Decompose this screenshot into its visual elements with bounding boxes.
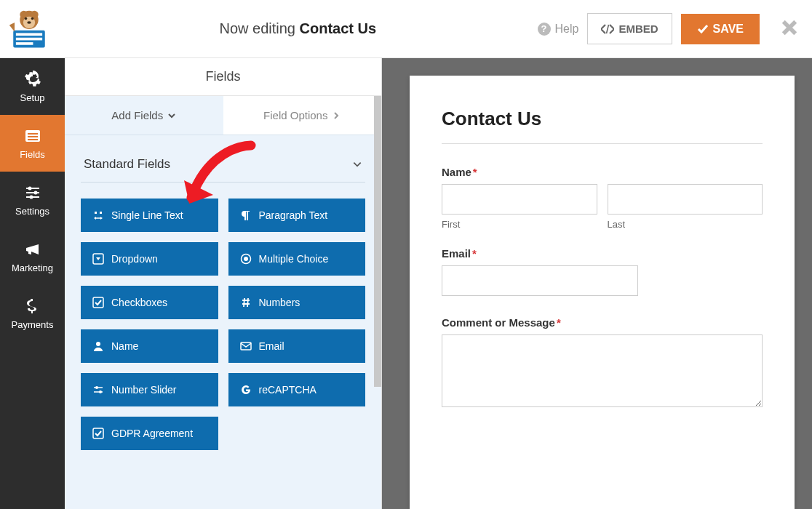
user-icon: [92, 340, 104, 352]
sidenav-item-setup[interactable]: Setup: [0, 58, 65, 115]
sidenav-item-payments[interactable]: Payments: [0, 285, 65, 342]
field-label: Multiple Choice: [259, 253, 329, 265]
field-label: Paragraph Text: [259, 209, 328, 221]
field-number-slider[interactable]: Number Slider: [81, 373, 218, 406]
sidenav-label: Setup: [20, 92, 45, 103]
field-checkboxes[interactable]: Checkboxes: [81, 286, 218, 319]
help-icon: ?: [538, 23, 551, 36]
email-label: Email*: [442, 247, 763, 260]
panel-tabs: Add Fields Field Options: [65, 96, 381, 135]
first-sublabel: First: [442, 219, 597, 230]
svg-line-11: [607, 25, 609, 33]
form-name: Contact Us: [300, 20, 377, 36]
paragraph-icon: [240, 209, 252, 221]
group-title: Standard Fields: [84, 157, 170, 172]
form-divider: [442, 143, 763, 144]
first-name-input[interactable]: [442, 184, 597, 215]
svg-rect-10: [16, 42, 33, 45]
svg-point-24: [244, 257, 248, 261]
sidenav-label: Payments: [12, 319, 54, 330]
editing-prefix: Now editing: [219, 20, 299, 36]
caret-down-sq-icon: [92, 253, 104, 265]
sidenav-item-marketing[interactable]: Marketing: [0, 228, 65, 285]
field-label: Checkboxes: [111, 297, 167, 308]
svg-point-4: [25, 17, 28, 20]
last-sublabel: Last: [608, 219, 763, 230]
svg-rect-15: [28, 139, 38, 140]
field-gdpr-agreement[interactable]: GDPR Agreement: [81, 417, 218, 450]
field-dropdown[interactable]: Dropdown: [81, 242, 218, 276]
sidenav-label: Marketing: [12, 262, 53, 273]
required-asterisk: *: [472, 247, 477, 260]
svg-rect-13: [28, 133, 38, 135]
svg-point-26: [96, 342, 100, 346]
bullhorn-icon: [24, 241, 41, 258]
group-standard-fields[interactable]: Standard Fields: [81, 151, 365, 183]
fields-panel: Fields Add Fields Field Options Standard…: [65, 58, 382, 509]
svg-point-19: [33, 191, 37, 194]
comment-textarea[interactable]: [442, 334, 763, 407]
field-label: Dropdown: [111, 253, 158, 265]
name-label: Name*: [442, 166, 763, 178]
field-label: reCAPTCHA: [259, 384, 317, 396]
gear-icon: [24, 71, 41, 88]
sidenav-item-fields[interactable]: Fields: [0, 115, 65, 172]
comment-row: Comment or Message*: [442, 316, 763, 410]
svg-rect-14: [28, 136, 38, 137]
svg-point-31: [99, 390, 102, 393]
save-label: SAVE: [713, 23, 744, 36]
close-icon: [781, 20, 797, 36]
sidenav-label: Settings: [15, 206, 49, 217]
svg-rect-27: [241, 342, 251, 350]
help-link[interactable]: ? Help: [538, 23, 579, 36]
comment-label: Comment or Message*: [442, 316, 763, 329]
field-recaptcha[interactable]: reCAPTCHA: [228, 373, 366, 406]
field-label: Name: [111, 340, 138, 352]
field-label: Number Slider: [111, 384, 176, 396]
embed-button[interactable]: EMBED: [587, 13, 672, 44]
save-button[interactable]: SAVE: [681, 14, 760, 44]
email-row: Email*: [442, 247, 763, 296]
email-input[interactable]: [442, 265, 638, 296]
dollar-icon: [24, 297, 41, 315]
check-square-icon: [92, 428, 104, 439]
chevron-down-icon: [167, 111, 176, 120]
sidenav-label: Fields: [20, 149, 45, 160]
topbar-actions: ? Help EMBED SAVE: [538, 13, 797, 44]
field-label: Email: [259, 340, 284, 352]
form-preview: Contact Us Name* First Last Email* Comme…: [382, 58, 812, 509]
hashtag-icon: [240, 297, 252, 308]
field-single-line-text[interactable]: Single Line Text: [81, 199, 218, 232]
last-name-col: Last: [608, 184, 763, 230]
field-email[interactable]: Email: [228, 329, 366, 363]
dot-circle-icon: [240, 253, 252, 265]
field-paragraph-text[interactable]: Paragraph Text: [228, 199, 366, 232]
chevron-down-icon: [352, 159, 362, 169]
svg-rect-25: [93, 297, 103, 308]
chevron-right-icon: [332, 111, 341, 120]
tab-add-fields[interactable]: Add Fields: [65, 96, 223, 135]
first-name-col: First: [442, 184, 597, 230]
field-label: GDPR Agreement: [111, 428, 193, 439]
tab-field-options[interactable]: Field Options: [223, 96, 382, 135]
help-label: Help: [555, 23, 579, 36]
field-name[interactable]: Name: [81, 329, 218, 363]
field-multiple-choice[interactable]: Multiple Choice: [228, 242, 366, 276]
main-body: Setup Fields Settings Marketing Payments…: [0, 58, 812, 509]
close-button[interactable]: [781, 20, 797, 39]
svg-point-17: [28, 186, 31, 190]
last-name-input[interactable]: [608, 184, 763, 215]
sliders-icon: [24, 184, 41, 201]
list-icon: [24, 127, 41, 145]
sliders-icon: [92, 384, 104, 396]
field-label: Numbers: [259, 297, 300, 308]
sidenav-item-settings[interactable]: Settings: [0, 172, 65, 228]
fields-grid: Single Line Text Paragraph Text Dropdown…: [81, 199, 365, 450]
name-row: First Last: [442, 184, 763, 230]
code-icon: [601, 24, 614, 34]
field-numbers[interactable]: Numbers: [228, 286, 366, 319]
embed-label: EMBED: [618, 23, 658, 35]
google-icon: [240, 384, 252, 396]
form-card: Contact Us Name* First Last Email* Comme…: [410, 76, 795, 509]
svg-point-6: [27, 21, 31, 24]
